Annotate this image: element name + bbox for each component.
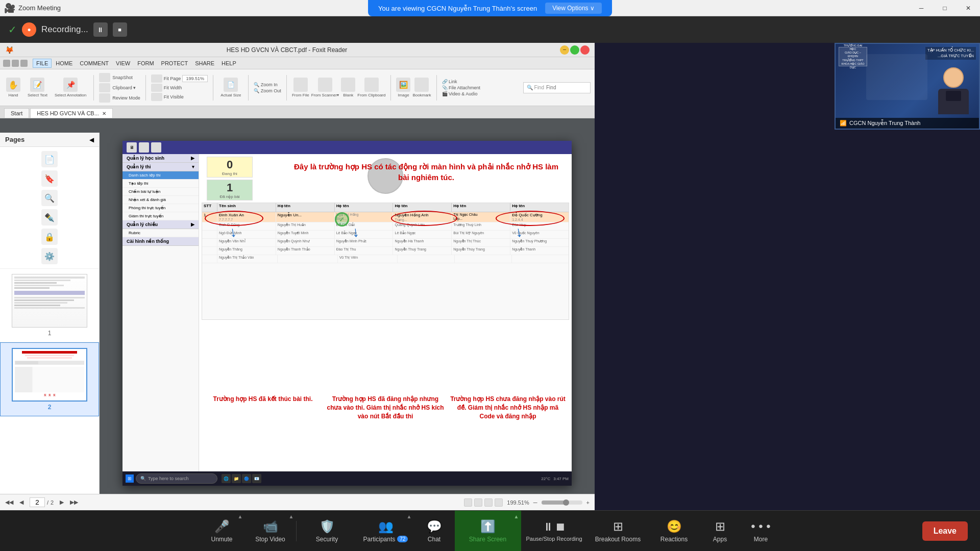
sidebar-icon-1[interactable]: 📄 [41,151,58,167]
stop-video-button[interactable]: ▲ 📹 Stop Video [245,511,296,552]
taskbar-time: 3:47 PM [553,477,569,481]
security-button[interactable]: 🛡️ Security [297,511,358,552]
close-btn[interactable]: ✕ [957,0,980,16]
recording-bar: ✓ ● Recording... ⏸ ■ [0,16,980,43]
sidebar-icon-3[interactable]: 🔍 [41,190,58,206]
recording-pause-btn[interactable]: ⏸ [93,22,108,37]
annotation-3: Trường hợp HS chưa đăng nhập vào rút đề.… [449,395,567,466]
foxit-title: HES HD GVCN VÀ CBCT.pdf - Foxit Reader [17,46,557,54]
pdf-page-2: 🖥 Quản lý học sinh▶ Quản lý thi▾ [122,141,572,486]
menu-view[interactable]: VIEW [113,59,133,67]
menu-form[interactable]: FORM [134,59,157,67]
foxit-close-btn[interactable] [580,45,590,55]
counter-one: 1 [208,181,251,194]
camera-signal-icon: 📶 [840,120,847,127]
foxit-window: 🦊 HES HD GVCN VÀ CBCT.pdf - Foxit Reader… [0,43,595,510]
apps-label: Apps [713,536,727,543]
menu-home[interactable]: HOME [53,59,76,67]
security-label: Security [316,536,338,543]
foxit-min-btn[interactable]: ─ [560,45,569,55]
pdf-doc-scroll[interactable]: 🖥 Quản lý học sinh▶ Quản lý thi▾ [100,133,595,494]
foxit-toolbar-icons [3,60,28,67]
reactions-icon: 😊 [667,519,682,534]
page-num-input[interactable] [30,497,45,507]
taskbar-search-win[interactable]: 🔍 Type here to search [136,473,217,484]
more-label: More [754,536,768,543]
share-screen-icon: ⬆️ [480,519,496,534]
security-icon: 🛡️ [320,519,335,534]
annotation-1: Trường hợp HS đã kết thúc bài thi. [204,395,322,466]
page-nav-prev[interactable]: ◀ [19,499,23,506]
foxit-ribbon: ✋ Hand 📝 Select Text 📌 Select Annotation… [0,69,595,106]
pause-icon: ⏸ [543,520,554,534]
sidebar-icon-5[interactable]: 🔒 [41,229,58,245]
apps-button[interactable]: ⊞ Apps [700,511,741,552]
menu-protect[interactable]: PROTECT [158,59,191,67]
counter-zero-label: Đang thi [208,171,251,176]
recording-btn[interactable]: ⏸ ⏹ Pause/Stop Recording [521,511,587,552]
unmute-label: Unmute [211,536,232,543]
doc-right-content: Đây là trường hợp HS có tác động rời màn… [199,154,572,471]
camera-name-bar: 📶 CGCN Nguyễn Trung Thành [836,118,979,129]
sidebar-icon-2[interactable]: 🔖 [41,170,58,187]
doc-viet-title: Đây là trường hợp HS có tác động rời màn… [291,161,561,183]
page-thumb-2[interactable]: 案 案 案 2 [0,342,99,416]
foxit-search-input[interactable] [546,85,587,90]
apps-icon: ⊞ [715,519,725,534]
pages-label: Pages [5,136,24,143]
recording-stop-btn[interactable]: ■ [113,22,127,37]
sidebar-arrow[interactable]: ◀ [89,136,94,143]
maximize-btn[interactable]: □ [933,0,957,16]
sidebar-icon-4[interactable]: ✒️ [41,209,58,226]
chat-button[interactable]: 💬 Chat [414,511,455,552]
reactions-label: Reactions [660,536,688,543]
page-num-2: 2 [6,404,93,411]
unmute-icon: 🎤 [214,519,230,534]
pdf-thumbnails-panel: Pages ◀ 📄 🔖 🔍 ✒️ 🔒 ⚙️ [0,133,100,494]
tab-close-btn[interactable]: ✕ [102,111,106,116]
minimize-btn[interactable]: ─ [910,0,933,16]
sidebar-icon-6[interactable]: ⚙️ [41,248,58,264]
tab-hes-doc[interactable]: HES HD GVCN VÀ CB... ✕ [30,108,113,118]
foxit-doc-tabs: Start HES HD GVCN VÀ CB... ✕ [0,106,595,118]
breakout-label: Breakout Rooms [595,536,641,543]
unmute-button[interactable]: ▲ 🎤 Unmute [199,511,245,552]
page-thumb-1[interactable]: 1 [0,269,99,342]
counter-zero: 0 [208,158,251,171]
breakout-rooms-button[interactable]: ⊞ Breakout Rooms [587,511,649,552]
participants-button[interactable]: ▲ 👥 Participants 72 [358,511,414,552]
tab-start[interactable]: Start [4,108,29,118]
share-screen-button[interactable]: ▲ ⬆️ Share Screen [455,511,521,552]
participants-count-badge: 72 [397,536,408,542]
chat-label: Chat [428,536,440,543]
foxit-max-btn[interactable] [570,45,579,55]
leave-button[interactable]: Leave [922,521,968,541]
pdf-status-bar: ◀◀ ◀ / 2 ▶ ▶▶ 199.51% ─ + [0,494,595,510]
more-button[interactable]: • • • More [741,511,781,552]
menu-comment[interactable]: COMMENT [77,59,112,67]
taskbar-search-label: Type here to search [148,476,189,481]
menu-help[interactable]: HELP [218,59,239,67]
view-options-button[interactable]: View Options ∨ [545,3,602,14]
reactions-button[interactable]: 😊 Reactions [649,511,700,552]
notification-bar: You are viewing CGCN Nguyễn Trung Thành'… [368,0,612,16]
foxit-menu-bar: FILE HOME COMMENT VIEW FORM PROTECT SHAR… [0,57,595,69]
page-nav-next[interactable]: ▶ [60,499,64,506]
camera-person-name: CGCN Nguyễn Trung Thành [849,120,920,127]
doc-left-nav: Quản lý học sinh▶ Quản lý thi▾ Danh sách… [122,154,199,471]
share-screen-label: Share Screen [469,536,506,543]
notification-message: You are viewing CGCN Nguyễn Trung Thành'… [378,5,537,12]
annotation-2: Trường hợp HS đã đăng nhập nhưng chưa và… [327,395,444,466]
participants-icon: 👥 [378,519,394,534]
window-title: Zoom Meeting [18,4,61,12]
stop-video-icon: 📹 [263,519,278,534]
recording-icon: ● [22,22,36,37]
foxit-titlebar: 🦊 HES HD GVCN VÀ CBCT.pdf - Foxit Reader… [0,43,595,57]
stop-record-icon: ⏹ [555,520,566,534]
menu-share[interactable]: SHARE [192,59,217,67]
more-icon: • • • [751,519,771,534]
menu-file[interactable]: FILE [33,59,52,68]
foxit-doc-area: Pages ◀ 📄 🔖 🔍 ✒️ 🔒 ⚙️ [0,133,595,494]
zoom-toolbar: ▲ 🎤 Unmute ▲ 📹 Stop Video 🛡️ Security ▲ … [0,510,980,551]
page-num-1: 1 [5,330,94,337]
